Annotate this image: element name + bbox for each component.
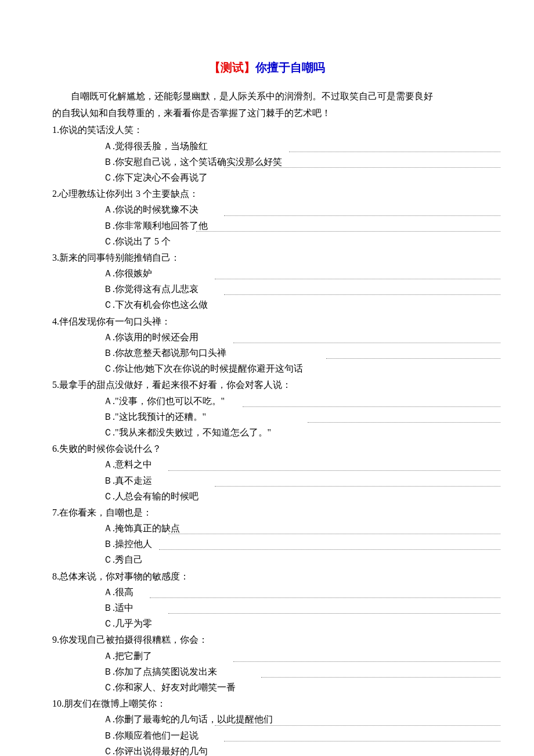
option-c: Ｃ.你下定决心不会再说了 — [103, 170, 482, 185]
option-a: Ａ.你说的时候犹豫不决 — [103, 201, 482, 217]
question-text: 2.心理教练让你列出 3 个主要缺点： — [52, 186, 482, 201]
question-text: 5.最拿手的甜点没做好，看起来很不好看，你会对客人说： — [52, 377, 482, 393]
question-text: 4.伴侣发现你有一句口头禅： — [52, 314, 482, 329]
option-b: Ｂ.适中 — [103, 600, 482, 615]
option-b: Ｂ.真不走运 — [103, 473, 482, 488]
option-b: Ｂ.你觉得这有点儿悲哀 — [103, 281, 482, 297]
document-title: 【测试】你擅于自嘲吗 — [52, 58, 482, 77]
option-b: Ｂ.你加了点搞笑图说发出来 — [103, 664, 482, 679]
question-block: 4.伴侣发现你有一句口头禅： Ａ.你该用的时候还会用 Ｂ.你故意整天都说那句口头… — [52, 314, 482, 377]
question-block: 1.你说的笑话没人笑： Ａ.觉得很丢脸，当场脸红 Ｂ.你安慰自己说，这个笑话确实… — [52, 122, 482, 185]
question-block: 8.总体来说，你对事物的敏感度： Ａ.很高 Ｂ.适中 Ｃ.几乎为零 — [52, 568, 482, 632]
option-b: Ｂ.操控他人 — [103, 536, 482, 552]
option-c: Ｃ.你让他/她下次在你说的时候提醒你避开这句话 — [103, 361, 482, 376]
option-a: Ａ.很高 — [103, 584, 482, 600]
question-block: 5.最拿手的甜点没做好，看起来很不好看，你会对客人说： Ａ."没事，你们也可以不… — [52, 377, 482, 440]
question-text: 1.你说的笑话没人笑： — [52, 122, 482, 138]
intro-paragraph-line2: 的自我认知和自我尊重的，来看看你是否掌握了这门棘手的艺术吧！ — [52, 105, 482, 121]
question-text: 8.总体来说，你对事物的敏感度： — [52, 568, 482, 584]
question-block: 6.失败的时候你会说什么？ Ａ.意料之中 Ｂ.真不走运 Ｃ.人总会有输的时候吧 — [52, 441, 482, 504]
option-c: Ｃ.你和家人、好友对此嘲笑一番 — [103, 679, 482, 695]
option-a: Ａ.意料之中 — [103, 456, 482, 472]
option-b: Ｂ.你故意整天都说那句口头禅 — [103, 345, 482, 361]
option-a: Ａ.你该用的时候还会用 — [103, 329, 482, 345]
option-c: Ｃ.秀自己 — [103, 552, 482, 567]
option-a: Ａ.你删了最毒蛇的几句话，以此提醒他们 — [103, 711, 482, 727]
question-block: 2.心理教练让你列出 3 个主要缺点： Ａ.你说的时候犹豫不决 Ｂ.你非常顺利地… — [52, 186, 482, 249]
question-block: 10.朋友们在微博上嘲笑你： Ａ.你删了最毒蛇的几句话，以此提醒他们 Ｂ.你顺应… — [52, 696, 482, 756]
option-a: Ａ.掩饰真正的缺点 — [103, 520, 482, 536]
option-c: Ｃ.人总会有输的时候吧 — [103, 488, 482, 504]
question-block: 3.新来的同事特别能推销自己： Ａ.你很嫉妒 Ｂ.你觉得这有点儿悲哀 Ｃ.下次有… — [52, 250, 482, 313]
option-c: Ｃ."我从来都没失败过，不知道怎么了。" — [103, 424, 482, 440]
option-a: Ａ.把它删了 — [103, 648, 482, 664]
question-block: 9.你发现自己被拍摄得很糟糕，你会： Ａ.把它删了 Ｂ.你加了点搞笑图说发出来 … — [52, 632, 482, 695]
option-b: Ｂ.你安慰自己说，这个笑话确实没那么好笑 — [103, 154, 482, 170]
option-c: Ｃ.你说出了 5 个 — [103, 233, 482, 249]
option-b: Ｂ.你顺应着他们一起说 — [103, 728, 482, 743]
question-text: 3.新来的同事特别能推销自己： — [52, 250, 482, 265]
intro-paragraph-line1: 自嘲既可化解尴尬，还能彰显幽默，是人际关系中的润滑剂。不过取笑自己可是需要良好 — [52, 88, 482, 104]
option-b: Ｂ."这比我预计的还糟。" — [103, 409, 482, 424]
question-text: 9.你发现自己被拍摄得很糟糕，你会： — [52, 632, 482, 647]
option-c: Ｃ.几乎为零 — [103, 615, 482, 631]
question-block: 7.在你看来，自嘲也是： Ａ.掩饰真正的缺点 Ｂ.操控他人 Ｃ.秀自己 — [52, 505, 482, 568]
title-prefix: 【测试】 — [209, 61, 255, 74]
option-a: Ａ.觉得很丢脸，当场脸红 — [103, 138, 482, 154]
title-main: 你擅于自嘲吗 — [255, 61, 325, 74]
question-text: 7.在你看来，自嘲也是： — [52, 505, 482, 520]
option-c: Ｃ.下次有机会你也这么做 — [103, 297, 482, 312]
question-text: 10.朋友们在微博上嘲笑你： — [52, 696, 482, 711]
question-text: 6.失败的时候你会说什么？ — [52, 441, 482, 456]
option-a: Ａ."没事，你们也可以不吃。" — [103, 393, 482, 409]
option-a: Ａ.你很嫉妒 — [103, 265, 482, 281]
option-c: Ｃ.你评出说得最好的几句 — [103, 743, 482, 756]
option-b: Ｂ.你非常顺利地回答了他 — [103, 218, 482, 233]
